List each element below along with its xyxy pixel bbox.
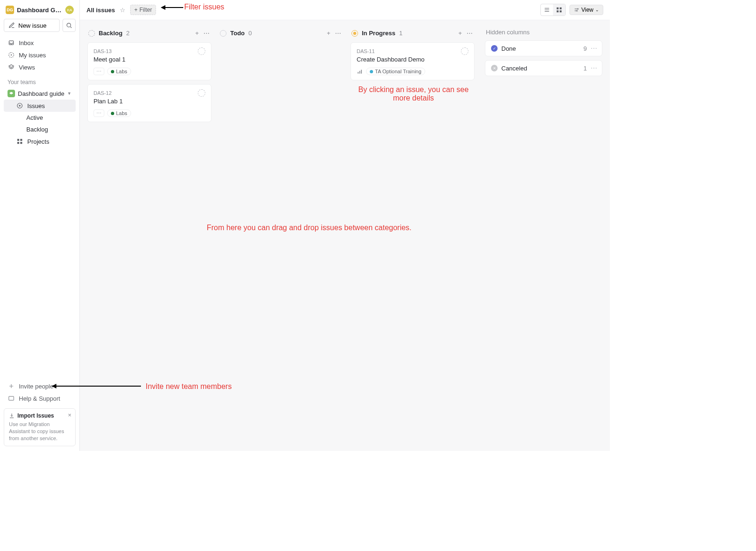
- help-icon: [8, 395, 15, 402]
- issue-card[interactable]: DAS-13 Meet goal 1 ⋯ Labs: [87, 42, 211, 80]
- column-menu-button[interactable]: ⋯: [203, 29, 210, 38]
- column-menu-button[interactable]: ⋯: [334, 29, 342, 38]
- inbox-icon: [8, 39, 15, 47]
- canceled-status-icon: [491, 65, 498, 71]
- issue-title: Create Dashboard Demo: [357, 56, 468, 63]
- add-issue-button[interactable]: +: [457, 29, 463, 38]
- issue-label[interactable]: Labs: [107, 109, 131, 117]
- chevron-down-icon: ⌄: [595, 8, 599, 12]
- svg-rect-10: [557, 8, 559, 9]
- column-count: 2: [126, 30, 130, 37]
- team-nav-active[interactable]: Active: [4, 112, 76, 124]
- nav-inbox-label: Inbox: [19, 39, 34, 47]
- column-title: Todo: [230, 30, 245, 37]
- done-status-icon: [491, 45, 498, 52]
- team-name: Dashboard guide: [18, 90, 64, 97]
- svg-rect-12: [557, 10, 559, 12]
- label-dot: [111, 70, 114, 73]
- download-icon: [9, 413, 15, 419]
- new-issue-button[interactable]: New issue: [4, 19, 60, 32]
- nav-my-issues-label: My issues: [19, 52, 46, 59]
- card-more-button[interactable]: ⋯: [94, 68, 104, 75]
- hidden-more-button[interactable]: ⋯: [591, 64, 596, 72]
- hidden-columns: Hidden columns Done 9 ⋯ Canceled 1 ⋯: [485, 27, 602, 80]
- todo-status-icon: [220, 30, 226, 37]
- issues-icon: [16, 102, 23, 109]
- add-issue-button[interactable]: +: [194, 29, 200, 38]
- new-issue-label: New issue: [18, 22, 47, 29]
- import-card[interactable]: × Import Issues Use our Migration Assist…: [4, 408, 76, 446]
- view-options-button[interactable]: View ⌄: [569, 5, 603, 15]
- nav-my-issues[interactable]: My issues: [4, 49, 76, 61]
- card-more-button[interactable]: ⋯: [94, 109, 104, 117]
- svg-point-14: [577, 8, 578, 9]
- nav-inbox[interactable]: Inbox: [4, 37, 76, 49]
- svg-point-2: [11, 54, 12, 55]
- nav-views-label: Views: [19, 64, 35, 71]
- add-issue-button[interactable]: +: [326, 29, 331, 38]
- svg-rect-7: [17, 142, 19, 144]
- main: All issues ☆ + Filter View ⌄: [80, 0, 610, 451]
- issue-card[interactable]: DAS-12 Plan Lab 1 ⋯ Labs: [87, 84, 211, 122]
- issue-id: DAS-11: [357, 48, 375, 54]
- list-layout-button[interactable]: [541, 4, 553, 16]
- svg-rect-17: [359, 71, 360, 74]
- hidden-row-canceled[interactable]: Canceled 1 ⋯: [485, 60, 602, 76]
- help-support-button[interactable]: Help & Support: [4, 392, 76, 404]
- plus-icon: [8, 382, 15, 390]
- search-button[interactable]: [62, 19, 76, 32]
- hidden-title: Canceled: [501, 65, 580, 72]
- inprogress-status-icon: [351, 30, 358, 37]
- svg-rect-5: [17, 139, 19, 141]
- workspace-name: Dashboard Gui...: [17, 7, 62, 14]
- issue-label[interactable]: TA Optional Training: [366, 68, 425, 75]
- workspace-switcher[interactable]: DG Dashboard Gui... KA: [4, 5, 76, 15]
- column-backlog: Backlog 2 + ⋯ DAS-13 Meet goal 1 ⋯: [87, 27, 211, 126]
- issue-title: Plan Lab 1: [94, 98, 205, 105]
- team-nav-projects[interactable]: Projects: [4, 135, 76, 147]
- backlog-status-icon: [88, 30, 95, 37]
- svg-rect-8: [20, 142, 22, 144]
- invite-people-button[interactable]: Invite people: [4, 380, 76, 392]
- column-menu-button[interactable]: ⋯: [466, 29, 474, 38]
- column-count: 0: [249, 30, 252, 37]
- assignee-empty-icon[interactable]: [461, 47, 468, 55]
- priority-icon[interactable]: [357, 68, 363, 75]
- svg-rect-18: [361, 70, 362, 74]
- help-support-label: Help & Support: [19, 395, 60, 402]
- close-icon[interactable]: ×: [68, 411, 71, 419]
- team-nav-backlog[interactable]: Backlog: [4, 124, 76, 135]
- target-icon: [8, 51, 15, 59]
- assignee-empty-icon[interactable]: [198, 89, 205, 97]
- team-nav-projects-label: Projects: [27, 138, 49, 145]
- filter-label: Filter: [140, 7, 152, 13]
- breadcrumb[interactable]: All issues: [86, 7, 115, 14]
- column-title: Backlog: [99, 30, 123, 37]
- team-badge-icon: [8, 90, 15, 97]
- hidden-count: 9: [584, 45, 587, 52]
- chevron-down-icon: ▼: [67, 91, 71, 96]
- issue-label[interactable]: Labs: [107, 68, 131, 75]
- hidden-title: Done: [501, 45, 580, 52]
- nav-views[interactable]: Views: [4, 61, 76, 73]
- hidden-row-done[interactable]: Done 9 ⋯: [485, 40, 602, 56]
- column-count: 1: [399, 30, 403, 37]
- issue-card[interactable]: DAS-11 Create Dashboard Demo TA Optional…: [351, 42, 475, 80]
- board-layout-button[interactable]: [553, 4, 565, 16]
- avatar[interactable]: KA: [65, 6, 74, 14]
- svg-rect-9: [9, 396, 14, 400]
- filter-button[interactable]: + Filter: [130, 5, 156, 15]
- hidden-more-button[interactable]: ⋯: [591, 45, 596, 52]
- svg-rect-16: [358, 72, 359, 74]
- assignee-empty-icon[interactable]: [198, 47, 205, 55]
- svg-point-4: [19, 105, 21, 107]
- team-nav-issues[interactable]: Issues: [4, 100, 76, 112]
- import-title: Import Issues: [17, 412, 54, 419]
- svg-rect-11: [560, 8, 561, 9]
- svg-point-0: [67, 23, 70, 27]
- favorite-star-icon[interactable]: ☆: [120, 7, 125, 14]
- svg-point-15: [577, 10, 577, 11]
- layout-toggle: [540, 4, 566, 16]
- view-options-label: View: [581, 7, 593, 13]
- team-row[interactable]: Dashboard guide ▼: [4, 87, 76, 100]
